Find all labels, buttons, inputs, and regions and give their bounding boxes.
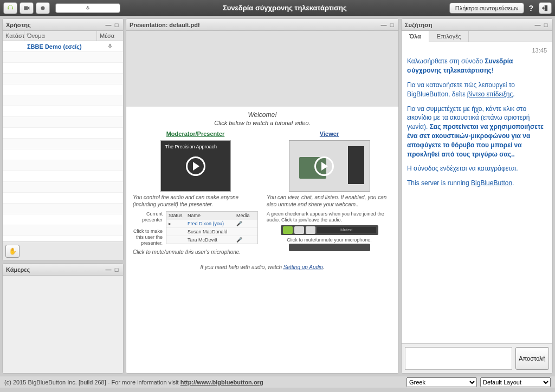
mini-users-table: Status Name Media ▸Fred Dixon (you)🎤 Sus… <box>166 211 258 244</box>
setting-up-audio-link[interactable]: Setting up Audio <box>283 264 323 270</box>
maximize-icon[interactable]: □ <box>543 22 549 28</box>
chat-tab-all[interactable]: Όλα <box>402 31 429 42</box>
viewer-video-thumb[interactable] <box>289 140 370 192</box>
mock-audiobar <box>289 244 370 251</box>
welcome-heading: Welcome! <box>133 111 392 119</box>
presentation-title: Presentation: default.pdf <box>130 22 379 28</box>
maximize-icon[interactable]: □ <box>389 22 395 28</box>
moderator-video-thumb[interactable]: The Precision Approach <box>160 140 231 192</box>
cameras-panel-title: Κάμερες <box>6 266 104 273</box>
headset-button[interactable] <box>3 2 17 14</box>
bigbluebutton-link[interactable]: BigBlueButton <box>471 179 512 187</box>
svg-point-0 <box>41 6 45 10</box>
logout-button[interactable] <box>539 2 552 14</box>
presentation-panel: Presentation: default.pdf — □ Welcome! C… <box>126 18 399 374</box>
play-icon <box>186 156 205 176</box>
webcam-button[interactable] <box>20 2 34 14</box>
minimize-icon[interactable]: — <box>534 22 541 28</box>
maximize-icon[interactable]: □ <box>113 266 120 273</box>
moderator-link[interactable]: Moderator/Presenter <box>133 130 258 137</box>
top-toolbar: Συνεδρία σύγχρονης τηλεκατάρτισης Πλήκτρ… <box>0 0 555 16</box>
language-select[interactable]: Greek <box>406 377 477 387</box>
help-button[interactable]: ? <box>528 4 533 12</box>
chat-panel-title: Συζήτηση <box>405 22 533 28</box>
maximize-icon[interactable]: □ <box>113 22 120 28</box>
chat-messages: 13:45 Καλωσήρθατε στη σύνοδο Συνεδρία σύ… <box>402 42 552 343</box>
bbb-org-link[interactable]: http://www.bigbluebutton.org <box>180 379 263 386</box>
session-title: Συνεδρία σύγχρονης τηλεκατάρτισης <box>120 4 449 12</box>
status-bar: (c) 2015 BigBlueButton Inc. [build 268] … <box>0 376 555 388</box>
play-icon <box>314 156 334 176</box>
users-panel: Χρήστης — □ Κατάστ Όνομα Μέσα ΣΒΒΕ Demo … <box>2 18 124 261</box>
mock-toolbar: Muted <box>281 225 378 235</box>
viewer-link[interactable]: Viewer <box>267 130 392 137</box>
tutorial-video-link[interactable]: βίντεο επίδειξης <box>467 90 513 98</box>
chat-tab-options[interactable]: Επιλογές <box>429 31 469 42</box>
minimize-icon[interactable]: — <box>380 22 387 28</box>
mic-icon <box>97 43 123 50</box>
user-name: ΣΒΒΕ Demo (εσείς) <box>24 43 97 50</box>
chat-input[interactable] <box>405 347 512 370</box>
users-table-header: Κατάστ Όνομα Μέσα <box>3 31 123 41</box>
layout-select[interactable]: Default Layout <box>480 377 551 387</box>
audio-help-text: If you need help with audio, watch Setti… <box>133 264 392 270</box>
chat-panel: Συζήτηση — □ Όλα Επιλογές 13:45 Καλωσήρθ… <box>401 18 553 374</box>
raise-hand-button[interactable]: ✋ <box>5 245 20 258</box>
chat-timestamp: 13:45 <box>407 47 547 55</box>
user-row[interactable]: ΣΒΒΕ Demo (εσείς) <box>3 41 123 52</box>
welcome-sub: Click below to watch a tutorial video. <box>133 120 392 126</box>
minimize-icon[interactable]: — <box>105 22 112 28</box>
shortcuts-button[interactable]: Πλήκτρα συντομεύσεων <box>449 3 525 14</box>
cameras-panel: Κάμερες — □ <box>2 263 124 374</box>
record-button[interactable] <box>36 2 50 14</box>
minimize-icon[interactable]: — <box>105 266 112 273</box>
send-button[interactable]: Αποστολή <box>515 347 549 370</box>
mic-level-bar <box>55 3 120 13</box>
users-panel-title: Χρήστης <box>6 22 104 28</box>
